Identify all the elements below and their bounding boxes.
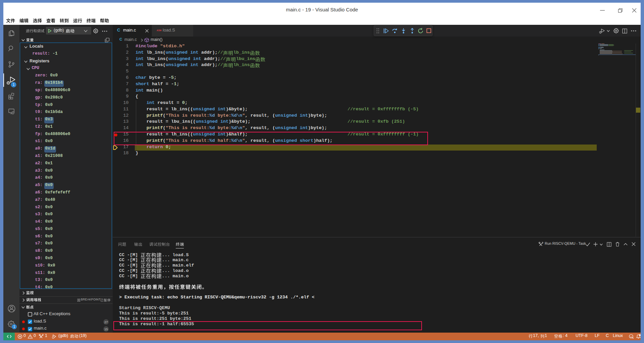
svg-text:15: 15 [104, 327, 108, 331]
svg-text:27: 27 [104, 320, 108, 324]
svg-text:1: 1 [13, 325, 15, 329]
svg-text:1: 1 [12, 82, 14, 87]
